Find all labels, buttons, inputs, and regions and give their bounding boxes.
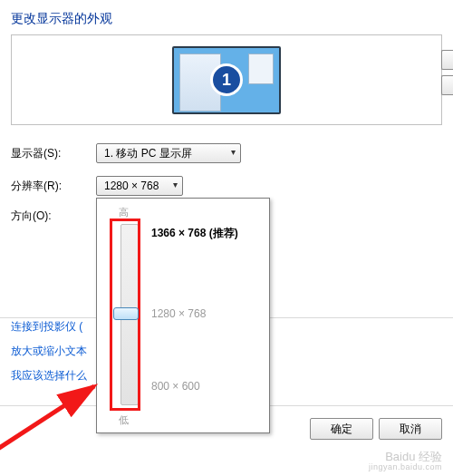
display-select[interactable]: 1. 移动 PC 显示屏 xyxy=(96,143,241,163)
display-label: 显示器(S): xyxy=(11,146,96,161)
monitor-badge: 1 xyxy=(210,63,243,96)
resolution-slider-thumb[interactable] xyxy=(113,307,139,320)
resolution-select[interactable]: 1280 × 768 xyxy=(96,176,183,196)
link-text-size[interactable]: 放大或缩小文本 xyxy=(11,344,87,359)
resolution-label: 分辨率(R): xyxy=(11,179,96,194)
watermark-sub: jingyan.baidu.com xyxy=(369,463,442,472)
watermark: Baidu 经验 jingyan.baidu.com xyxy=(369,451,442,472)
ok-button[interactable]: 确定 xyxy=(310,418,373,440)
svg-line-0 xyxy=(0,386,94,450)
display-select-value: 1. 移动 PC 显示屏 xyxy=(104,146,192,161)
resolution-option[interactable]: 1366 × 768 (推荐) xyxy=(151,226,238,241)
cancel-button[interactable]: 取消 xyxy=(379,418,442,440)
resolution-popup: 高 1366 × 768 (推荐) 1280 × 768 800 × 600 低 xyxy=(96,198,270,433)
identify-button[interactable] xyxy=(441,75,453,95)
link-projector[interactable]: 连接到投影仪 ( xyxy=(11,319,87,335)
annotation-arrow xyxy=(0,379,105,452)
resolution-option[interactable]: 1280 × 768 xyxy=(151,307,206,320)
monitor-preview: 1 xyxy=(11,34,442,125)
slider-high-label: 高 xyxy=(119,206,129,219)
resolution-select-value: 1280 × 768 xyxy=(104,180,159,192)
watermark-main: Baidu 经验 xyxy=(369,451,442,463)
resolution-option[interactable]: 800 × 600 xyxy=(151,380,200,393)
detect-button[interactable] xyxy=(441,50,453,70)
link-help[interactable]: 我应该选择什么 xyxy=(11,368,87,384)
page-title: 更改显示器的外观 xyxy=(0,0,453,34)
slider-low-label: 低 xyxy=(119,413,129,427)
orientation-label: 方向(O): xyxy=(11,209,96,224)
monitor-thumbnail[interactable]: 1 xyxy=(172,46,281,114)
